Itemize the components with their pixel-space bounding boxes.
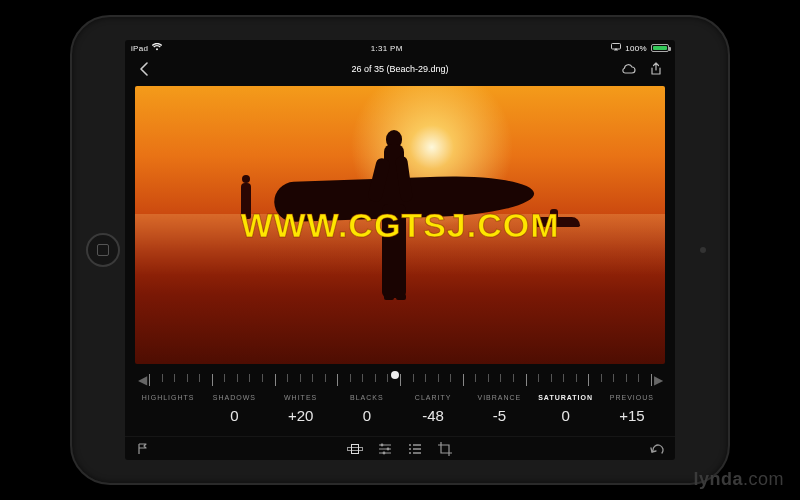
- param-shadows[interactable]: SHADOWS: [201, 392, 267, 401]
- bottom-toolbar: [125, 436, 675, 460]
- undo-button[interactable]: [649, 442, 665, 456]
- adjust-sliders-button[interactable]: [377, 442, 393, 456]
- brand-name: lynda: [693, 469, 743, 489]
- status-time: 1:31 PM: [371, 44, 403, 53]
- battery-percent: 100%: [625, 44, 647, 53]
- brand-suffix: .com: [743, 469, 784, 489]
- svg-point-3: [381, 443, 384, 446]
- slider-handle[interactable]: [391, 371, 399, 379]
- front-camera: [700, 247, 706, 253]
- photo-image: WWW.CGTSJ.COM: [135, 86, 665, 364]
- value-slider-row: ◀ ▶: [135, 368, 665, 392]
- param-label-saturation: SATURATION: [533, 394, 599, 401]
- crop-button[interactable]: [437, 442, 453, 456]
- svg-rect-1: [348, 447, 363, 450]
- param-saturation[interactable]: SATURATION: [533, 392, 599, 401]
- edit-panel: ◀ ▶ HIGHLIGHTSSHADOWSWHITESBLACKSCLARITY…: [125, 368, 675, 436]
- screen: iPad 1:31 PM 100% 26 of 35 (Beach-29.dng…: [125, 40, 675, 460]
- value-slider[interactable]: [149, 368, 651, 392]
- status-right: 100%: [611, 43, 669, 53]
- home-button[interactable]: [86, 233, 120, 267]
- flag-button[interactable]: [135, 442, 151, 456]
- svg-point-4: [387, 447, 390, 450]
- param-whites[interactable]: WHITES: [268, 392, 334, 401]
- wifi-icon: [152, 43, 162, 53]
- brand-watermark: lynda.com: [693, 469, 784, 490]
- parameter-labels-row: HIGHLIGHTSSHADOWSWHITESBLACKSCLARITYVIBR…: [135, 392, 665, 401]
- param-label-shadows: SHADOWS: [201, 394, 267, 401]
- param-value-saturation: +15: [599, 401, 665, 434]
- slider-prev[interactable]: ◀: [135, 373, 149, 387]
- param-value-clarity: -5: [466, 401, 532, 434]
- cloud-sync-icon[interactable]: [619, 60, 637, 78]
- parameter-values-row: 0+200-48-50+15: [201, 401, 665, 434]
- param-blacks[interactable]: BLACKS: [334, 392, 400, 401]
- photo-viewport[interactable]: WWW.CGTSJ.COM: [135, 86, 665, 364]
- share-button[interactable]: [647, 60, 665, 78]
- status-bar: iPad 1:31 PM 100%: [125, 40, 675, 56]
- app-header: 26 of 35 (Beach-29.dng): [125, 56, 675, 82]
- airplay-icon: [611, 43, 621, 53]
- watermark-text: WWW.CGTSJ.COM: [241, 206, 560, 245]
- param-label-vibrance: VIBRANCE: [466, 394, 532, 401]
- param-label-whites: WHITES: [268, 394, 334, 401]
- device-label: iPad: [131, 44, 148, 53]
- param-label-clarity: CLARITY: [400, 394, 466, 401]
- back-button[interactable]: [135, 60, 153, 78]
- status-left: iPad: [131, 43, 162, 53]
- param-vibrance[interactable]: VIBRANCE: [466, 392, 532, 401]
- svg-rect-2: [352, 444, 359, 453]
- param-label-blacks: BLACKS: [334, 394, 400, 401]
- param-value-whites: 0: [334, 401, 400, 434]
- param-value-vibrance: 0: [533, 401, 599, 434]
- slider-next[interactable]: ▶: [651, 373, 665, 387]
- param-highlights[interactable]: HIGHLIGHTS: [135, 392, 201, 401]
- param-value-blacks: -48: [400, 401, 466, 434]
- ipad-frame: iPad 1:31 PM 100% 26 of 35 (Beach-29.dng…: [70, 15, 730, 485]
- param-previous[interactable]: PREVIOUS: [599, 392, 665, 401]
- param-clarity[interactable]: CLARITY: [400, 392, 466, 401]
- view-filmstrip-button[interactable]: [347, 442, 363, 456]
- param-value-highlights: 0: [201, 401, 267, 434]
- photo-title: 26 of 35 (Beach-29.dng): [351, 64, 448, 74]
- battery-icon: [651, 44, 669, 52]
- param-label-previous: PREVIOUS: [599, 394, 665, 401]
- param-label-highlights: HIGHLIGHTS: [135, 394, 201, 401]
- svg-point-5: [383, 451, 386, 454]
- param-value-shadows: +20: [268, 401, 334, 434]
- presets-list-button[interactable]: [407, 442, 423, 456]
